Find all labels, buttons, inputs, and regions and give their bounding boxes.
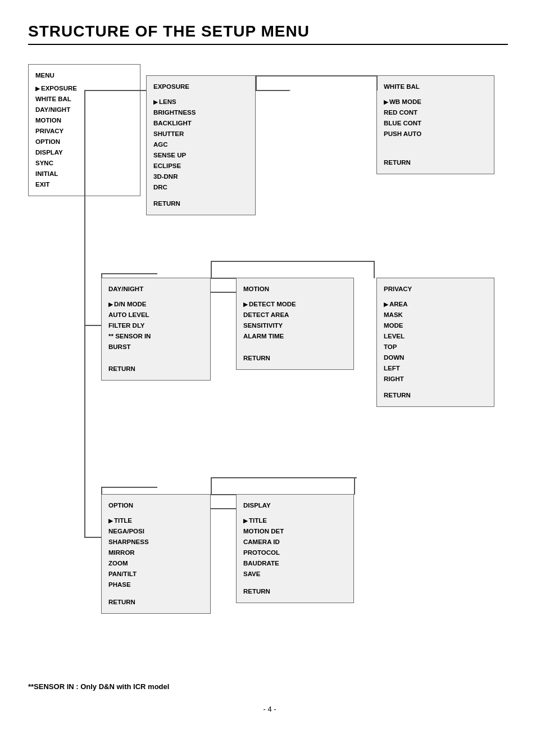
exposure-brightness: BRIGHTNESS — [153, 107, 248, 118]
privacy-down: DOWN — [384, 352, 487, 363]
display-save: SAVE — [243, 569, 347, 580]
menu-label: MENU — [35, 70, 133, 81]
dn-sensorin: ** SENSOR IN — [108, 331, 203, 342]
dn-mode: D/N MODE — [108, 299, 203, 310]
option-pantilt: PAN/TILT — [108, 569, 203, 580]
exposure-box: EXPOSURE LENS BRIGHTNESS BACKLIGHT SHUTT… — [146, 75, 256, 215]
footnote: **SENSOR IN : Only D&N with ICR model — [28, 682, 169, 691]
option-title-item: TITLE — [108, 515, 203, 526]
option-phase: PHASE — [108, 580, 203, 590]
wb-mode: WB MODE — [384, 97, 487, 107]
display-protocol: PROTOCOL — [243, 547, 347, 558]
exposure-return: RETURN — [153, 198, 248, 209]
motion-return: RETURN — [243, 353, 347, 364]
display-return: RETURN — [243, 586, 347, 597]
wb-bluecont: BLUE CONT — [384, 118, 487, 129]
dn-filterdly: FILTER DLY — [108, 320, 203, 331]
wb-pushauto: PUSH AUTO — [384, 129, 487, 139]
display-motiondet: MOTION DET — [243, 526, 347, 537]
exposure-3ddnr: 3D-DNR — [153, 171, 248, 182]
option-title: OPTION — [108, 500, 203, 511]
page-title: STRUCTURE OF THE SETUP MENU — [28, 22, 508, 45]
privacy-left: LEFT — [384, 363, 487, 374]
display-baudrate: BAUDRATE — [243, 558, 347, 569]
privacy-area: AREA — [384, 299, 487, 310]
privacy-top: TOP — [384, 342, 487, 352]
white-bal-title: WHITE BAL — [384, 82, 487, 92]
dn-burst: BURST — [108, 342, 203, 352]
white-bal-box: WHITE BAL WB MODE RED CONT BLUE CONT PUS… — [376, 75, 494, 174]
option-mirror: MIRROR — [108, 547, 203, 558]
display-cameraid: CAMERA ID — [243, 537, 347, 547]
wb-return: RETURN — [384, 157, 487, 168]
exposure-shutter: SHUTTER — [153, 129, 248, 139]
exposure-lens: LENS — [153, 97, 248, 107]
exposure-title: EXPOSURE — [153, 82, 248, 92]
motion-title: MOTION — [243, 284, 347, 295]
daynight-title: DAY/NIGHT — [108, 284, 203, 295]
option-sharpness: SHARPNESS — [108, 537, 203, 547]
motion-detectmode: DETECT MODE — [243, 299, 347, 310]
daynight-box: DAY/NIGHT D/N MODE AUTO LEVEL FILTER DLY… — [101, 278, 211, 381]
option-negaposi: NEGA/POSI — [108, 526, 203, 537]
option-return: RETURN — [108, 597, 203, 608]
display-title: DISPLAY — [243, 500, 347, 511]
exposure-eclipse: ECLIPSE — [153, 161, 248, 171]
privacy-right: RIGHT — [384, 374, 487, 384]
privacy-mode: MODE — [384, 320, 487, 331]
privacy-level: LEVEL — [384, 331, 487, 342]
exposure-agc: AGC — [153, 139, 248, 150]
dn-return: RETURN — [108, 364, 203, 374]
page-number: - 4 - — [28, 705, 511, 713]
motion-box: MOTION DETECT MODE DETECT AREA SENSITIVI… — [236, 278, 354, 370]
privacy-mask: MASK — [384, 310, 487, 320]
motion-alarmtime: ALARM TIME — [243, 331, 347, 342]
motion-detectarea: DETECT AREA — [243, 310, 347, 320]
motion-sensitivity: SENSITIVITY — [243, 320, 347, 331]
exposure-senseup: SENSE UP — [153, 150, 248, 161]
option-box: OPTION TITLE NEGA/POSI SHARPNESS MIRROR … — [101, 494, 211, 614]
exposure-backlight: BACKLIGHT — [153, 118, 248, 129]
display-box: DISPLAY TITLE MOTION DET CAMERA ID PROTO… — [236, 494, 354, 603]
privacy-box: PRIVACY AREA MASK MODE LEVEL TOP DOWN LE… — [376, 278, 494, 407]
option-zoom: ZOOM — [108, 558, 203, 569]
display-title-item: TITLE — [243, 515, 347, 526]
exposure-drc: DRC — [153, 182, 248, 193]
wb-redcont: RED CONT — [384, 107, 487, 118]
privacy-return: RETURN — [384, 390, 487, 401]
privacy-title: PRIVACY — [384, 284, 487, 295]
dn-autolevel: AUTO LEVEL — [108, 310, 203, 320]
